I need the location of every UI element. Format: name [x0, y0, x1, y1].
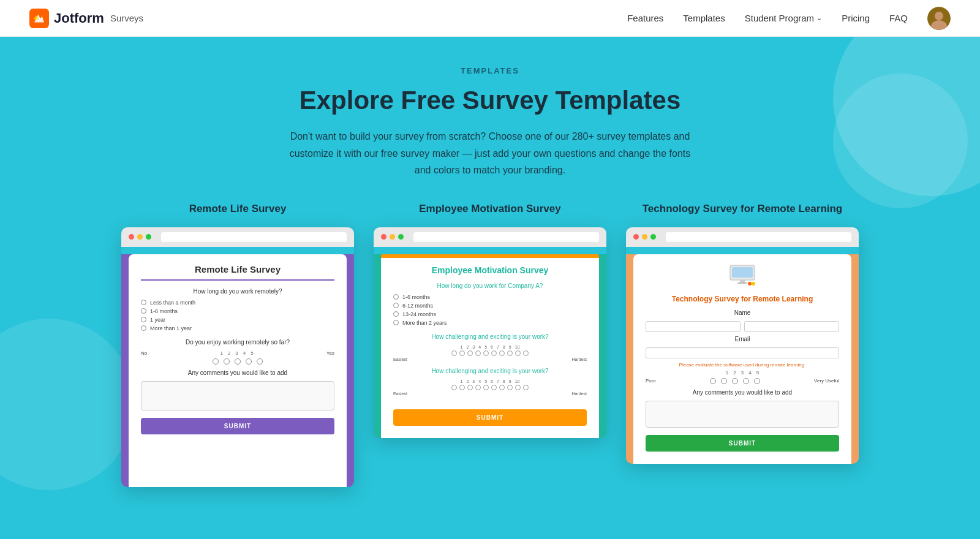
nav-templates[interactable]: Templates — [683, 13, 725, 23]
scale-c-1 — [213, 358, 219, 365]
cards-section: Remote Life Survey Remote Life Survey — [29, 203, 951, 487]
form-option-0: Less than a month — [141, 300, 334, 306]
emp-radio-1 — [393, 303, 399, 308]
hero-section: TEMPLATES Explore Free Survey Templates … — [0, 37, 980, 539]
nav-pricing[interactable]: Pricing — [842, 13, 870, 23]
user-avatar[interactable] — [927, 7, 951, 30]
scale-numbers: 1 2 3 4 5 — [220, 350, 253, 356]
dot-green-2 — [398, 234, 404, 240]
submit-btn-remote[interactable]: SUBMIT — [141, 418, 334, 434]
scale-nums-row-3: 1 2 3 4 5 — [646, 370, 839, 376]
scale-circles-3 — [451, 385, 529, 390]
dot-yellow-1 — [137, 234, 143, 240]
form-option-3: More than 1 year — [141, 325, 334, 331]
form-title-remote-life: Remote Life Survey — [141, 264, 334, 281]
scale-section-tech: 1 2 3 4 5 Poor — [646, 370, 839, 384]
card-remote-life[interactable]: Remote Life Survey Remote Life Survey — [121, 203, 354, 487]
scale-section-2: 12345 678910 — [393, 345, 587, 361]
scale-c-2 — [224, 358, 230, 365]
comments-box-3[interactable] — [646, 401, 839, 428]
form-inner-3: Technology Survey for Remote Learning Na… — [633, 254, 851, 464]
browser-bar-1 — [121, 227, 354, 247]
scale-right-3: Very Useful — [814, 378, 839, 384]
emp-radio-2 — [393, 311, 399, 317]
name-last-input[interactable] — [744, 321, 839, 332]
svg-point-2 — [935, 12, 943, 20]
email-label: Email — [646, 336, 839, 342]
scale-nums-2: 12345 678910 — [461, 345, 520, 349]
browser-mock-2: Employee Motivation Survey How long do y… — [374, 227, 606, 438]
card-tech-remote[interactable]: Technology Survey for Remote Learning — [626, 203, 859, 464]
form-q3-remote: Any comments you would like to add — [141, 369, 334, 376]
eval-text: Please evaluate the software used during… — [646, 362, 839, 368]
monitor-icon — [646, 264, 839, 290]
scale-nums-3: 12345 678910 — [461, 379, 520, 384]
scale-circles-row-3: Poor Very Useful — [646, 378, 839, 384]
form-inner-1: Remote Life Survey How long do you work … — [129, 254, 347, 487]
logo[interactable]: Jotform Surveys — [29, 9, 143, 28]
scale-left-3: Poor — [646, 378, 656, 384]
form-title-tech: Technology Survey for Remote Learning — [646, 295, 839, 303]
hero-label: TEMPLATES — [29, 66, 951, 75]
form-q1-remote: How long do you work remotely? — [141, 288, 334, 295]
cards-row: Remote Life Survey Remote Life Survey — [59, 203, 921, 487]
browser-dots-2 — [381, 234, 404, 240]
scale-c-5 — [257, 358, 263, 365]
radio-1 — [141, 308, 146, 314]
scale-circles-tech — [710, 378, 760, 384]
card-employee-motivation[interactable]: Employee Motivation Survey Emplo — [374, 203, 606, 438]
svg-rect-6 — [740, 280, 745, 282]
scale-numbers-3: 1 2 3 4 5 — [726, 370, 759, 376]
nav-faq[interactable]: FAQ — [889, 13, 908, 23]
form-q2-employee: How challenging and exciting is your wor… — [393, 333, 587, 340]
card-title-remote-life: Remote Life Survey — [189, 203, 287, 215]
navbar: Jotform Surveys Features Templates Stude… — [0, 0, 980, 37]
comments-label-3: Any comments you would like to add — [646, 389, 839, 396]
submit-btn-employee[interactable]: SUBMIT — [393, 409, 587, 426]
emp-option-3: More than 2 years — [393, 320, 587, 326]
scale-section-3: 12345 678910 — [393, 379, 587, 396]
scale-left-label: No — [141, 350, 147, 356]
form-q3-employee: How challenging and exciting is your wor… — [393, 368, 587, 374]
logo-sub: Surveys — [110, 13, 143, 23]
radio-0 — [141, 300, 146, 305]
browser-dots-3 — [633, 234, 656, 240]
hero-title: Explore Free Survey Templates — [29, 85, 951, 116]
radio-2 — [141, 317, 146, 322]
browser-url-3 — [666, 232, 851, 242]
dot-red-1 — [129, 234, 134, 240]
scale-labels-2: Easiest Hardest — [393, 357, 587, 361]
form-title-employee: Employee Motivation Survey — [393, 265, 587, 275]
emp-radio-3 — [393, 320, 399, 325]
emp-option-2: 13-24 months — [393, 311, 587, 317]
emp-option-0: 1-6 months — [393, 294, 587, 300]
hero-description: Don't want to build your survey from scr… — [282, 128, 698, 178]
form-option-2: 1 year — [141, 317, 334, 323]
svg-rect-7 — [737, 282, 747, 284]
nav-student-program[interactable]: Student Program ⌄ — [745, 13, 822, 23]
submit-btn-tech[interactable]: SUBMIT — [646, 435, 839, 452]
jotform-logo-icon — [29, 9, 49, 28]
scale-circles-2 — [451, 350, 529, 356]
comments-box-1[interactable] — [141, 381, 334, 410]
card-title-employee: Employee Motivation Survey — [419, 203, 560, 215]
form-q1-employee: How long do you work for Company A? — [393, 282, 587, 289]
form-card-2: Employee Motivation Survey How long do y… — [374, 254, 606, 438]
name-inputs — [646, 321, 839, 332]
form-inner-2: Employee Motivation Survey How long do y… — [381, 254, 599, 438]
emp-option-1: 6-12 months — [393, 303, 587, 309]
dot-green-3 — [650, 234, 656, 240]
browser-bar-3 — [626, 227, 859, 247]
email-input[interactable] — [646, 347, 839, 358]
name-first-input[interactable] — [646, 321, 741, 332]
dot-green-1 — [146, 234, 151, 240]
scale-circles-row — [141, 358, 334, 365]
browser-url-2 — [413, 232, 599, 242]
form-options-remote: Less than a month 1-6 months 1 year — [141, 300, 334, 331]
name-label: Name — [646, 309, 839, 316]
dot-red-2 — [381, 234, 386, 240]
nav-features[interactable]: Features — [627, 13, 663, 23]
dot-yellow-3 — [642, 234, 647, 240]
browser-bar-2 — [374, 227, 606, 247]
scale-section-1: No 1 2 3 4 5 Yes — [141, 350, 334, 365]
